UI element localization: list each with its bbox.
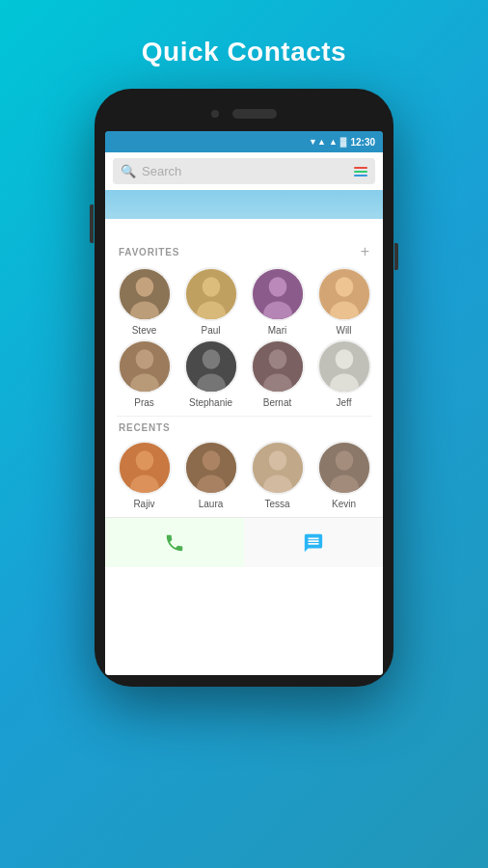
contact-item[interactable]: Paul xyxy=(179,267,242,336)
contact-item[interactable]: Jeff xyxy=(312,339,375,408)
contact-name: Pras xyxy=(134,397,154,408)
contact-item[interactable]: Stephanie xyxy=(179,339,242,408)
avatar xyxy=(184,339,238,393)
avatar xyxy=(118,267,172,321)
message-tab-icon xyxy=(299,529,328,557)
avatar xyxy=(317,267,371,321)
add-favorite-button[interactable]: + xyxy=(361,244,369,259)
svg-point-16 xyxy=(202,349,220,368)
svg-point-19 xyxy=(268,349,286,368)
avatar xyxy=(184,441,238,495)
phone-top-bar xyxy=(104,100,384,127)
contact-item[interactable]: Laura xyxy=(179,441,242,509)
favorites-header: FAVORITES + xyxy=(105,238,383,263)
contact-item[interactable]: Will xyxy=(312,267,375,336)
app-title: Quick Contacts xyxy=(142,37,346,68)
contact-item[interactable]: Kevin xyxy=(312,441,375,509)
svg-point-7 xyxy=(268,277,286,296)
phone-frame: ▼▲ ▲ ▓ 12:30 🔍 Search xyxy=(95,89,393,687)
recents-grid: Rajiv Laura Tessa Kevin xyxy=(105,437,383,517)
search-bar-container: 🔍 Search xyxy=(105,152,383,190)
contact-item[interactable]: Tessa xyxy=(246,441,309,509)
avatar xyxy=(251,339,305,393)
tab-message[interactable] xyxy=(244,518,383,567)
bottom-tabs xyxy=(105,517,383,567)
phone-tab-icon xyxy=(160,529,189,557)
contact-name: Paul xyxy=(201,325,220,336)
status-icons: ▼▲ ▲ ▓ xyxy=(309,137,346,147)
menu-icon[interactable] xyxy=(354,167,367,176)
contact-item[interactable]: Rajiv xyxy=(113,441,176,509)
search-placeholder: Search xyxy=(142,164,348,178)
contact-name: Rajiv xyxy=(133,499,154,509)
contact-name: Stephanie xyxy=(189,397,232,408)
avatar xyxy=(251,267,305,321)
status-time: 12:30 xyxy=(350,137,375,148)
contact-item[interactable]: Bernat xyxy=(246,339,309,408)
contact-name: Will xyxy=(336,325,351,336)
contact-name: Mari xyxy=(268,325,286,336)
contact-name: Tessa xyxy=(264,499,289,509)
signal-icon: ▲ xyxy=(329,137,338,147)
svg-point-25 xyxy=(135,450,153,470)
svg-point-31 xyxy=(268,450,286,470)
contact-name: Laura xyxy=(199,499,224,509)
front-camera xyxy=(211,110,219,118)
menu-line-3 xyxy=(354,175,367,176)
recents-label: RECENTS xyxy=(119,422,170,433)
contact-item[interactable]: Pras xyxy=(113,339,176,408)
svg-point-34 xyxy=(335,450,353,470)
status-bar: ▼▲ ▲ ▓ 12:30 xyxy=(105,131,383,152)
avatar xyxy=(251,441,305,495)
battery-icon: ▓ xyxy=(340,137,347,147)
contact-name: Jeff xyxy=(337,397,352,408)
contact-name: Kevin xyxy=(332,499,356,509)
avatar xyxy=(118,441,172,495)
avatar xyxy=(184,267,238,321)
contact-item[interactable]: Mari xyxy=(246,267,309,336)
search-icon: 🔍 xyxy=(121,164,136,178)
svg-point-28 xyxy=(202,450,220,470)
avatar xyxy=(317,441,371,495)
svg-point-10 xyxy=(335,277,353,296)
favorites-label: FAVORITES xyxy=(119,247,179,258)
search-bar[interactable]: 🔍 Search xyxy=(113,158,375,184)
svg-point-4 xyxy=(202,277,220,296)
avatar xyxy=(317,339,371,393)
power-button xyxy=(394,243,398,270)
content-area: FAVORITES + Steve Paul Mari Will Pr xyxy=(105,190,383,675)
svg-point-1 xyxy=(135,277,153,296)
phone-screen: ▼▲ ▲ ▓ 12:30 🔍 Search xyxy=(105,131,383,675)
contact-name: Steve xyxy=(132,325,157,336)
tab-phone[interactable] xyxy=(105,518,244,567)
speaker xyxy=(232,109,277,119)
contact-item[interactable]: Steve xyxy=(113,267,176,336)
volume-button xyxy=(90,204,94,243)
wallpaper-strip xyxy=(105,190,383,238)
avatar xyxy=(118,339,172,393)
wifi-icon: ▼▲ xyxy=(309,137,326,147)
recents-header: RECENTS xyxy=(105,417,383,437)
favorites-grid: Steve Paul Mari Will Pras Stephanie Be xyxy=(105,263,383,416)
menu-line-2 xyxy=(354,171,367,173)
contact-name: Bernat xyxy=(263,397,291,408)
menu-line-1 xyxy=(354,167,367,169)
svg-point-13 xyxy=(135,349,153,368)
svg-point-22 xyxy=(335,349,353,368)
